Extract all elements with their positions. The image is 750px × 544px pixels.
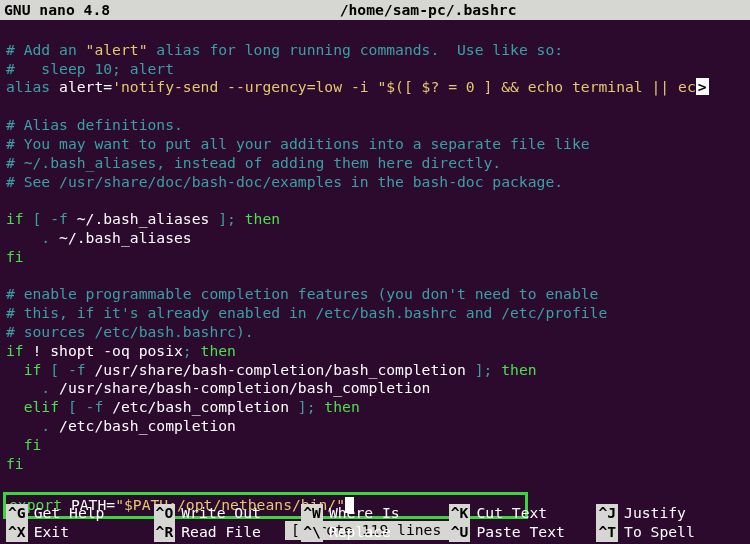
key-label: ^O <box>154 504 176 523</box>
shortcut-menu: ^GGet Help ^OWrite Out ^WWhere Is ^KCut … <box>6 504 744 542</box>
menu-get-help[interactable]: ^GGet Help <box>6 504 154 523</box>
menu-cut-text[interactable]: ^KCut Text <box>449 504 597 523</box>
key-label: ^T <box>596 523 618 542</box>
menu-to-spell[interactable]: ^TTo Spell <box>596 523 744 542</box>
blank-line <box>6 97 15 114</box>
key-label: ^\ <box>301 523 323 542</box>
key-label: ^X <box>6 523 28 542</box>
code-line: # ~/.bash_aliases, instead of adding the… <box>6 154 501 171</box>
code-line: # Add an "alert" alias for long running … <box>6 41 563 58</box>
titlebar: GNU nano 4.8 /home/sam-pc/.bashrc <box>0 0 750 20</box>
code-line: elif [ -f /etc/bash_completion ]; then <box>6 398 360 415</box>
key-label: ^K <box>449 504 471 523</box>
menu-exit[interactable]: ^XExit <box>6 523 154 542</box>
code-line: if [ -f ~/.bash_aliases ]; then <box>6 210 280 227</box>
key-label: ^J <box>596 504 618 523</box>
code-line: # Alias definitions. <box>6 116 183 133</box>
code-line: # sleep 10; alert <box>6 60 174 77</box>
code-line: fi <box>6 436 41 453</box>
key-label: ^U <box>449 523 471 542</box>
menu-where-is[interactable]: ^WWhere Is <box>301 504 449 523</box>
code-line: . ~/.bash_aliases <box>6 229 192 246</box>
file-path: /home/sam-pc/.bashrc <box>110 1 746 20</box>
code-line: . /etc/bash_completion <box>6 417 236 434</box>
code-line: # enable programmable completion feature… <box>6 285 598 302</box>
menu-replace[interactable]: ^\Replace <box>301 523 449 542</box>
overflow-indicator: > <box>696 78 709 95</box>
key-label: ^R <box>154 523 176 542</box>
code-line: fi <box>6 455 24 472</box>
menu-row: ^GGet Help ^OWrite Out ^WWhere Is ^KCut … <box>6 504 744 523</box>
blank-line <box>6 191 15 208</box>
menu-write-out[interactable]: ^OWrite Out <box>154 504 302 523</box>
code-line: if [ -f /usr/share/bash-completion/bash_… <box>6 361 537 378</box>
code-line: if ! shopt -oq posix; then <box>6 342 236 359</box>
menu-row: ^XExit ^RRead File ^\Replace ^UPaste Tex… <box>6 523 744 542</box>
blank-line <box>6 267 15 284</box>
code-line: fi <box>6 248 24 265</box>
code-line: . /usr/share/bash-completion/bash_comple… <box>6 379 430 396</box>
menu-paste-text[interactable]: ^UPaste Text <box>449 523 597 542</box>
code-line: # You may want to put all your additions… <box>6 135 590 152</box>
code-line: # sources /etc/bash.bashrc). <box>6 323 254 340</box>
app-name: GNU nano 4.8 <box>4 1 110 20</box>
code-line: alias alert='notify-send --urgency=low -… <box>6 78 709 95</box>
menu-read-file[interactable]: ^RRead File <box>154 523 302 542</box>
key-label: ^G <box>6 504 28 523</box>
menu-justify[interactable]: ^JJustify <box>596 504 744 523</box>
code-line: # See /usr/share/doc/bash-doc/examples i… <box>6 173 563 190</box>
blank-line <box>6 474 15 491</box>
key-label: ^W <box>301 504 323 523</box>
editor-area[interactable]: # Add an "alert" alias for long running … <box>0 20 750 519</box>
code-line: # this, if it's already enabled in /etc/… <box>6 304 607 321</box>
